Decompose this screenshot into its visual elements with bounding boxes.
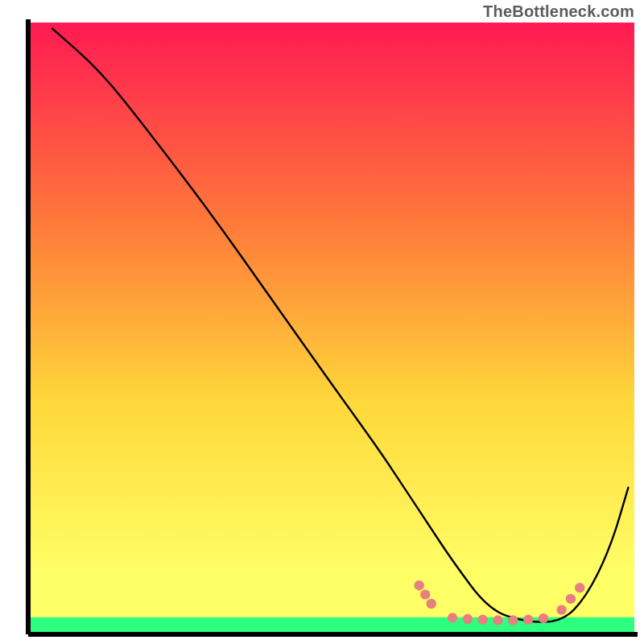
highlight-dot bbox=[493, 615, 502, 625]
highlight-dot bbox=[575, 583, 584, 592]
highlight-dot bbox=[420, 589, 430, 599]
highlight-dot bbox=[463, 614, 473, 624]
chart-svg bbox=[0, 0, 644, 644]
highlight-dot bbox=[566, 594, 576, 604]
chart-container: TheBottleneck.com bbox=[0, 0, 644, 644]
chart-background bbox=[28, 23, 634, 634]
highlight-dot bbox=[448, 613, 457, 622]
highlight-dot bbox=[523, 615, 533, 625]
highlight-dot bbox=[414, 580, 423, 590]
highlight-dot bbox=[539, 613, 548, 623]
highlight-dot bbox=[556, 605, 566, 614]
highlight-dot bbox=[427, 599, 436, 609]
highlight-dot bbox=[508, 615, 518, 625]
highlight-dot bbox=[478, 615, 488, 625]
